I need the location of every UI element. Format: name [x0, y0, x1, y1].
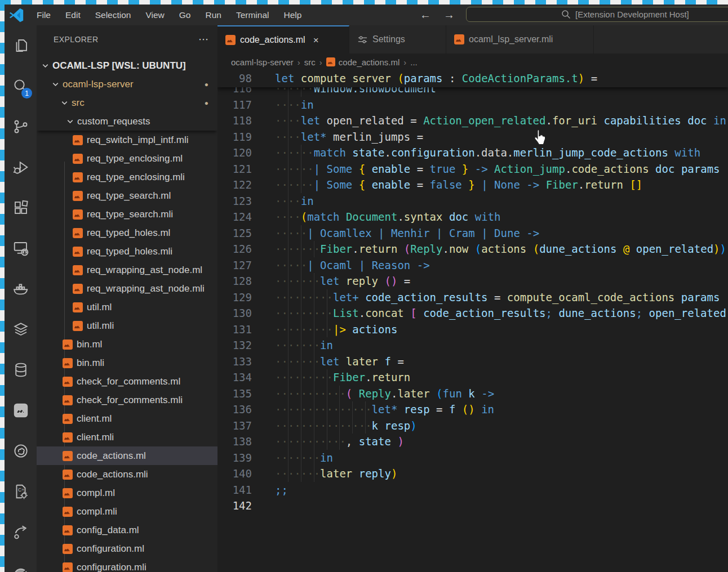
tree-item-custom-requests[interactable]: custom_requests — [37, 112, 217, 131]
code-lines[interactable]: 116······Window.showDocument117····in118… — [217, 81, 728, 572]
code-line-138[interactable]: 138···········, state ) — [217, 434, 728, 450]
tree-item-code-actions-mli[interactable]: code_actions.mli — [37, 465, 217, 484]
command-center-search[interactable]: [Extension Development Host] — [466, 7, 728, 22]
code-line-128[interactable]: 128·······let reply () = — [217, 273, 728, 289]
code-line-135[interactable]: 135···········( Reply.later (fun k -> — [217, 386, 728, 402]
code-line-122[interactable]: 122······| Some { enable = false } | Non… — [217, 177, 728, 193]
tree-item-client-mli[interactable]: client.mli — [37, 428, 217, 446]
code-line-119[interactable]: 119····let* merlin_jumps = — [217, 129, 728, 145]
tree-item-req-typed-holes-ml[interactable]: req_typed_holes.ml — [37, 224, 217, 242]
menu-terminal[interactable]: Terminal — [229, 5, 277, 25]
menu-file[interactable]: File — [29, 5, 58, 25]
code-line-118[interactable]: 118····let open_related = Action_open_re… — [217, 113, 728, 129]
code-line-142[interactable]: 142 — [217, 498, 728, 514]
layers-icon[interactable] — [5, 309, 37, 350]
tree-item-req-type-search-mli[interactable]: req_type_search.mli — [37, 205, 217, 224]
tab-settings[interactable]: Settings — [349, 25, 446, 53]
indent-guide — [301, 369, 301, 386]
code-line-136[interactable]: 136···············let* resp = f () in — [217, 401, 728, 418]
menu-view[interactable]: View — [138, 5, 171, 25]
tree-item-req-switch-impl-intf-mli[interactable]: req_switch_impl_intf.mli — [37, 131, 217, 149]
tree-item-util-mli[interactable]: util.mli — [37, 316, 217, 335]
opam-circle-icon[interactable] — [5, 431, 37, 471]
tree-item-configuration-mli[interactable]: configuration.mli — [37, 558, 217, 572]
code-line-139[interactable]: 139·······in — [217, 450, 728, 466]
tree-item-ocaml-lsp-server[interactable]: ocaml-lsp-server● — [37, 75, 217, 93]
partial-circle-icon[interactable] — [5, 552, 37, 572]
code-line-130[interactable]: 130·········List.concat [ code_action_re… — [217, 305, 728, 321]
tree-item-check-for-comments-ml[interactable]: check_for_comments.ml — [37, 372, 217, 391]
tree-item-configuration-ml[interactable]: configuration.ml — [37, 539, 217, 558]
code-line-126[interactable]: 126·······Fiber.return (Reply.now (actio… — [217, 241, 728, 257]
tree-item-req-wrapping-ast-node-mli[interactable]: req_wrapping_ast_node.mli — [37, 279, 217, 298]
tools-file-icon[interactable]: C+ — [5, 471, 37, 512]
source-control-icon[interactable] — [5, 106, 37, 147]
tree-item-label: util.ml — [87, 302, 112, 313]
code-token: ( — [475, 243, 481, 255]
tree-item-code-actions-ml[interactable]: code_actions.ml — [37, 446, 217, 465]
breadcrumb-item--[interactable]: ... — [410, 57, 418, 67]
tree-item-req-typed-holes-mli[interactable]: req_typed_holes.mli — [37, 242, 217, 261]
code-line-131[interactable]: 131·········|> actions — [217, 321, 728, 338]
live-share-icon[interactable] — [5, 512, 37, 552]
code-line-98[interactable]: 98let compute server (params : CodeActio… — [217, 70, 728, 87]
tab-ocaml-lsp-server-mli[interactable]: ocaml_lsp_server.mli — [446, 25, 594, 53]
tab-code-actions-ml[interactable]: code_actions.ml× — [217, 25, 349, 53]
menu-run[interactable]: Run — [198, 5, 228, 25]
run-debug-icon[interactable] — [5, 147, 37, 187]
tree-item-compl-mli[interactable]: compl.mli — [37, 502, 217, 521]
tree-item-req-type-enclosing-mli[interactable]: req_type_enclosing.mli — [37, 168, 217, 186]
tree-item-client-ml[interactable]: client.ml — [37, 409, 217, 428]
breadcrumb-item-src[interactable]: src — [304, 57, 316, 67]
code-line-121[interactable]: 121······| Some { enable = true } -> Act… — [217, 161, 728, 177]
nav-forward-button[interactable]: → — [440, 5, 459, 25]
code-line-133[interactable]: 133·······let later f = — [217, 354, 728, 370]
tree-item-bin-mli[interactable]: bin.mli — [37, 354, 217, 372]
extensions-icon[interactable] — [5, 187, 37, 228]
docker-icon[interactable] — [5, 269, 37, 309]
code-line-125[interactable]: 125·····| Ocamllex | Menhir | Cram | Dun… — [217, 225, 728, 242]
code-line-127[interactable]: 127·····| Ocaml | Reason -> — [217, 257, 728, 274]
sticky-scroll-line[interactable]: 98let compute server (params : CodeActio… — [217, 70, 728, 87]
code-line-141[interactable]: 141;; — [217, 482, 728, 498]
more-actions-button[interactable]: ⋯ — [198, 33, 210, 46]
code-token: reply — [359, 467, 391, 480]
code-line-123[interactable]: 123····in — [217, 193, 728, 209]
code-line-120[interactable]: 120······match state.configuration.data.… — [217, 145, 728, 161]
code-token: : — [443, 72, 462, 84]
code-editor[interactable]: 98let compute server (params : CodeActio… — [217, 70, 728, 572]
code-line-134[interactable]: 134·········Fiber.return — [217, 369, 728, 386]
search-icon[interactable]: 1 — [5, 66, 37, 106]
tree-item-req-wrapping-ast-node-ml[interactable]: req_wrapping_ast_node.ml — [37, 261, 217, 279]
code-line-140[interactable]: 140·······later reply) — [217, 466, 728, 482]
menu-edit[interactable]: Edit — [58, 5, 88, 25]
tree-item-ocaml-lsp-wsl-ubuntu-[interactable]: OCAML-LSP [WSL: UBUNTU] — [37, 56, 217, 75]
code-line-132[interactable]: 132·······in — [217, 337, 728, 354]
code-token: actions — [481, 243, 526, 255]
remote-explorer-icon[interactable] — [5, 228, 37, 269]
tree-item-util-ml[interactable]: util.ml — [37, 298, 217, 316]
tree-item-compl-ml[interactable]: compl.ml — [37, 484, 217, 502]
close-icon[interactable]: × — [313, 35, 319, 45]
tree-item-req-type-search-ml[interactable]: req_type_search.ml — [37, 186, 217, 205]
menu-go[interactable]: Go — [172, 5, 198, 25]
nav-back-button[interactable]: ← — [416, 5, 435, 25]
breadcrumb-item-ocaml-lsp-server[interactable]: ocaml-lsp-server — [231, 57, 294, 67]
tree-item-bin-ml[interactable]: bin.ml — [37, 335, 217, 354]
tree-item-src[interactable]: src● — [37, 93, 217, 112]
breadcrumb[interactable]: ocaml-lsp-server›src›code_actions.ml›... — [217, 53, 728, 70]
breadcrumb-item-code-actions-ml[interactable]: code_actions.ml — [326, 57, 399, 67]
ocaml-extension-icon[interactable] — [5, 390, 37, 431]
files-icon[interactable] — [5, 25, 37, 66]
code-line-124[interactable]: 124····(match Document.syntax doc with — [217, 209, 728, 225]
code-line-129[interactable]: 129·········let+ code_action_results = c… — [217, 289, 728, 306]
tree-item-req-type-enclosing-ml[interactable]: req_type_enclosing.ml — [37, 149, 217, 168]
tree-item-check-for-comments-mli[interactable]: check_for_comments.mli — [37, 391, 217, 409]
code-line-137[interactable]: 137···············k resp) — [217, 418, 728, 434]
tree-item-config-data-ml[interactable]: config_data.ml — [37, 521, 217, 539]
database-icon[interactable] — [5, 350, 37, 390]
menu-selection[interactable]: Selection — [88, 5, 139, 25]
code-line-117[interactable]: 117····in — [217, 97, 728, 113]
menu-help[interactable]: Help — [277, 5, 309, 25]
code-token: return — [584, 178, 623, 191]
